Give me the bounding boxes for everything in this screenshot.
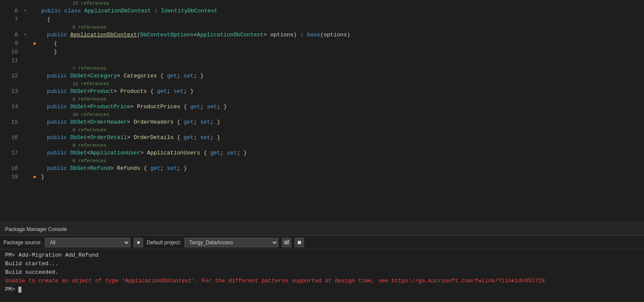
console-cursor <box>18 287 21 293</box>
panel-header: Package Manager Console <box>0 223 644 236</box>
line-num-15: 15 <box>0 118 21 127</box>
code-line-9: 9 ▶ { <box>0 39 644 48</box>
refs-18: 0 references <box>0 157 644 164</box>
refs-16-text: 6 references <box>73 127 106 133</box>
code-14: public DbSet<ProductPrice> ProductPrices… <box>39 103 644 111</box>
console-text-1: PM> Add-Migration Add_Refund <box>5 252 98 258</box>
code-13: public DbSet<Product> Products { get; se… <box>39 87 644 96</box>
code-15: public DbSet<OrderHeader> OrderHeaders {… <box>39 118 644 127</box>
refs-17: 0 references <box>0 142 644 149</box>
console-text-3: Build succeeded. <box>5 269 59 275</box>
code-line-19: 19 ▶ } <box>0 173 644 181</box>
refs-13: 11 references <box>0 80 644 87</box>
refs-8: 0 references <box>0 24 644 31</box>
svg-rect-4 <box>298 241 301 244</box>
code-8: public ApplicationDbContext(DbContextOpt… <box>39 31 644 39</box>
source-label: Package source: <box>3 240 41 246</box>
fold-6[interactable]: ▾ <box>21 7 29 15</box>
refs-8-text: 0 references <box>73 24 106 31</box>
gear-icon[interactable] <box>134 238 143 247</box>
code-line-8: 8 ▾ public ApplicationDbContext(DbContex… <box>0 31 644 39</box>
console-line-4: Unable to create an object of type 'Appl… <box>5 277 639 285</box>
code-7: { <box>39 15 644 24</box>
project-label: Default project: <box>146 240 181 246</box>
refs-17-text: 0 references <box>73 142 106 149</box>
console-line-3: Build succeeded. <box>5 268 639 277</box>
bp-arrow-9: ▶ <box>33 39 36 48</box>
line-num-18: 18 <box>0 164 21 173</box>
code-9: { <box>39 39 644 48</box>
line-num-8: 8 <box>0 31 21 39</box>
console-prompt-text: PM> <box>5 286 18 293</box>
code-19: } <box>39 173 644 181</box>
refs-12: 7 references <box>0 65 644 72</box>
bp-arrow-19: ▶ <box>33 173 36 181</box>
code-12: public DbSet<Category> Categories { get;… <box>39 72 644 80</box>
refs-18-text: 0 references <box>73 157 106 164</box>
line-num-12: 12 <box>0 72 21 80</box>
console-line-1: PM> Add-Migration Add_Refund <box>5 251 639 260</box>
refs-14: 8 references <box>0 96 644 103</box>
refs-15: 10 references <box>0 111 644 118</box>
code-line-16: 16 public DbSet<OrderDetail> OrderDetail… <box>0 133 644 142</box>
console-output[interactable]: PM> Add-Migration Add_Refund Build start… <box>0 249 644 302</box>
line-num-10: 10 <box>0 48 21 56</box>
console-text-4: Unable to create an object of type 'Appl… <box>5 278 545 284</box>
console-line-5: PM> <box>5 285 639 294</box>
code-line-6: 6 ▾ public class ApplicationDbContext : … <box>0 7 644 15</box>
console-line-2: Build started... <box>5 260 639 268</box>
code-line-14: 14 public DbSet<ProductPrice> ProductPri… <box>0 103 644 111</box>
code-line-12: 12 public DbSet<Category> Categories { g… <box>0 72 644 80</box>
line-num-6: 6 <box>0 7 21 15</box>
panel-title: Package Manager Console <box>5 226 67 232</box>
bp-9: ▶ <box>31 39 39 48</box>
code-6: public class ApplicationDbContext : Iden… <box>39 7 644 15</box>
line-num-17: 17 <box>0 149 21 157</box>
package-source-dropdown[interactable]: All <box>45 238 130 247</box>
panel-toolbar: Package source: All Default project: Tan… <box>0 236 644 249</box>
line-num-14: 14 <box>0 103 21 111</box>
refs-14-text: 8 references <box>73 96 106 103</box>
top-refs-text: 25 references <box>73 0 109 7</box>
code-17: public DbSet<ApplicationUser> Applicatio… <box>39 149 644 157</box>
code-line-7: 7 { <box>0 15 644 24</box>
svg-rect-2 <box>284 243 289 244</box>
top-refs-line: 25 references <box>0 0 644 7</box>
code-line-15: 15 public DbSet<OrderHeader> OrderHeader… <box>0 118 644 127</box>
refs-16: 6 references <box>0 127 644 133</box>
console-text-2: Build started... <box>5 261 59 267</box>
bottom-panel: Package Manager Console Package source: … <box>0 222 644 302</box>
code-line-18: 18 public DbSet<Refund> Refunds { get; s… <box>0 164 644 173</box>
refs-15-text: 10 references <box>73 111 109 118</box>
code-line-10: 10 } <box>0 48 644 56</box>
code-editor[interactable]: 25 references 6 ▾ public class Applicati… <box>0 0 644 222</box>
line-num-13: 13 <box>0 87 21 96</box>
line-num-16: 16 <box>0 133 21 142</box>
code-16: public DbSet<OrderDetail> OrderDetails {… <box>39 133 644 142</box>
code-line-11: 11 <box>0 56 644 65</box>
code-10: } <box>39 48 644 56</box>
code-line-17: 17 public DbSet<ApplicationUser> Applica… <box>0 149 644 157</box>
line-num-9: 9 <box>0 39 21 48</box>
line-num-7: 7 <box>0 15 21 24</box>
code-line-13: 13 public DbSet<Product> Products { get;… <box>0 87 644 96</box>
bp-19: ▶ <box>31 173 39 181</box>
refs-12-text: 7 references <box>73 65 106 72</box>
line-num-19: 19 <box>0 173 21 181</box>
svg-rect-1 <box>284 242 289 243</box>
project-dropdown[interactable]: Tangy_DataAccess <box>184 238 278 247</box>
clear-console-button[interactable] <box>282 238 291 247</box>
stop-button[interactable] <box>295 238 304 247</box>
code-18: public DbSet<Refund> Refunds { get; set;… <box>39 164 644 173</box>
refs-13-text: 11 references <box>73 80 109 87</box>
line-num-11: 11 <box>0 56 21 65</box>
fold-8[interactable]: ▾ <box>21 31 29 39</box>
